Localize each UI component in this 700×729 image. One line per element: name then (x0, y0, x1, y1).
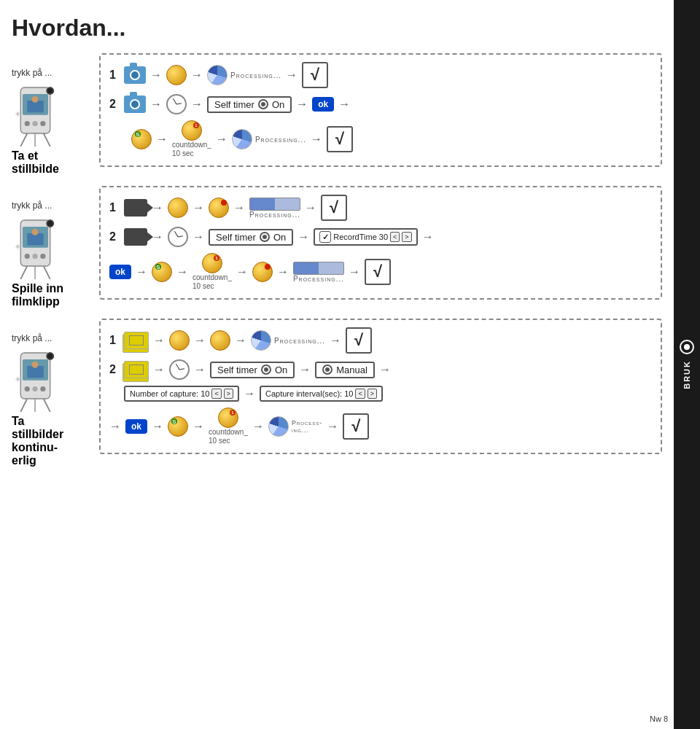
timer-circle-f2 (260, 232, 270, 242)
result-box-1: √ (302, 62, 328, 88)
section-title-k4: erlig (12, 454, 36, 467)
ok-button-k[interactable]: ok (125, 419, 147, 434)
svg-point-5 (32, 121, 37, 126)
step-1-f: 1 (109, 201, 120, 214)
arrow: → (192, 201, 204, 214)
proc-bar-1 (249, 198, 300, 211)
self-timer-label-1: Self timer (214, 99, 254, 110)
flow-row-k1: 1 → → → Processing... → √ (109, 327, 652, 354)
number-capture-box: Number of capture: 10 < > (124, 386, 239, 402)
arrow: → (156, 133, 168, 146)
capture-nav-right[interactable]: > (224, 389, 233, 399)
capture-nav-left[interactable]: < (211, 389, 221, 399)
arrow: → (327, 420, 338, 433)
processing-text-f2: Processing... (293, 275, 344, 283)
ball-1-f2: 1 (202, 253, 222, 273)
svg-line-22 (20, 266, 27, 279)
svg-line-23 (44, 266, 50, 279)
ball-red-f2 (252, 262, 273, 282)
red-dot-f2 (265, 264, 271, 270)
svg-point-16 (32, 229, 39, 235)
ball-s-k: S (168, 416, 188, 437)
step-2-s1: 2 (109, 98, 120, 111)
arrow: → (252, 420, 264, 433)
section-stillbilde: trykk på ... (12, 53, 662, 176)
arrow: → (296, 98, 308, 111)
svg-line-10 (44, 133, 50, 147)
clock-icon-f2 (168, 227, 188, 247)
proc-bar-f2 (293, 262, 344, 275)
record-time-label: RecordTime 30 (333, 233, 388, 241)
proc-pie-2: Processing... (232, 129, 306, 149)
self-timer-box-k2: Self timer On (210, 362, 295, 378)
flow-row-s1-1: 1 → → Processing... → √ (109, 62, 652, 88)
camera-icon-1 (124, 66, 146, 84)
ball-1-k: 1 (218, 408, 238, 428)
arrow: → (338, 98, 350, 111)
record-nav-left[interactable]: < (390, 232, 400, 242)
arrow: → (191, 69, 203, 82)
processing-text-k2: Process-ing... (292, 419, 322, 434)
section-title-line1: Ta et (12, 149, 38, 162)
section-title-k1: Ta (12, 415, 24, 427)
video-icon-1 (124, 199, 147, 217)
one-badge-k: 1 (230, 410, 236, 416)
arrow: → (136, 265, 147, 278)
arrow: → (194, 363, 206, 376)
trykk-label-3: trykk på ... (12, 333, 52, 343)
ball-1-icon-1: 1 (182, 120, 202, 141)
record-nav-right[interactable]: > (402, 232, 411, 242)
ok-button-f2[interactable]: ok (109, 265, 131, 279)
interval-nav-right[interactable]: > (368, 389, 377, 399)
burst-icon-2 (124, 361, 149, 378)
main-content: Hvordan... trykk på ... (0, 0, 674, 729)
self-timer-label-k2: Self timer (217, 364, 257, 375)
svg-point-21 (47, 221, 52, 226)
svg-line-35 (20, 399, 27, 412)
arrow: → (244, 387, 255, 400)
camera-device-2: ✦ (12, 214, 59, 279)
flow-row-k2: 2 → → Self timer On → Manual → (109, 359, 652, 380)
svg-point-34 (47, 354, 52, 359)
checkbox-record: ✓ (319, 231, 331, 243)
timer-circle-1 (258, 99, 268, 109)
page-title: Hvordan... (12, 15, 662, 42)
arrow: → (150, 98, 162, 111)
svg-text:✦: ✦ (14, 109, 22, 120)
arrow: → (299, 363, 311, 376)
procbar-f2: Processing... (293, 262, 344, 283)
processing-text-1: Processing... (230, 71, 281, 79)
trykk-label-1: trykk på ... (12, 68, 52, 78)
radio-icon-manual (322, 364, 332, 375)
pie-icon-2 (232, 129, 252, 149)
countdown-text-k: countdown_ 10 sec (209, 428, 248, 445)
arrow: → (286, 69, 298, 82)
dashed-box-stillbilde: 1 → → Processing... → √ 2 (99, 53, 662, 167)
svg-point-18 (32, 254, 37, 259)
arrow: → (233, 201, 245, 214)
capture-interval-box: Capture interval(sec): 10 < > (260, 386, 383, 402)
capture-interval-label: Capture interval(sec): 10 (265, 389, 353, 398)
arrow: → (194, 334, 206, 347)
arrow: → (235, 334, 246, 347)
video-body-2 (124, 228, 147, 246)
svg-point-6 (40, 121, 45, 126)
arrow: → (109, 420, 121, 433)
proc-pie-1: Processing... (207, 65, 281, 85)
section-label-filmklipp: trykk på ... ✦ Spille inn filmklipp (12, 186, 99, 308)
result-box-k2: √ (343, 413, 369, 440)
clock-icon-k2 (169, 359, 190, 380)
interval-nav-left[interactable]: < (355, 389, 365, 399)
step-1-k: 1 (109, 334, 120, 347)
pie-icon-k1 (251, 330, 271, 351)
arrow: → (349, 265, 360, 278)
arrow: → (422, 230, 434, 243)
ok-button-1[interactable]: ok (312, 97, 334, 112)
arrow: → (330, 334, 341, 347)
trykk-label-2: trykk på ... (12, 200, 52, 211)
camera-device-3: ✦ (12, 346, 59, 412)
flow-row-f1: 1 → → → Processing... → √ (109, 195, 652, 221)
timer-on-label-k2: On (275, 364, 287, 375)
flow-row-k3: Number of capture: 10 < > → Capture inte… (109, 386, 652, 402)
arrow: → (152, 201, 163, 214)
